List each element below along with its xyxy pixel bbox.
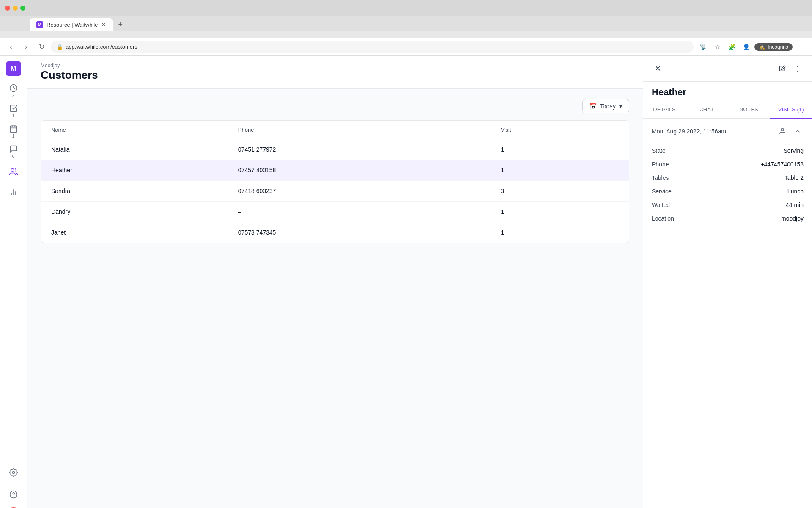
panel-close-button[interactable]: ✕: [652, 63, 664, 75]
field-label: State: [652, 147, 666, 154]
customer-phone: 07457 400158: [228, 160, 491, 181]
field-label: Location: [652, 215, 674, 222]
fullscreen-button[interactable]: [20, 6, 25, 11]
table-row[interactable]: Dandry – 1: [41, 202, 629, 222]
edit-button[interactable]: [776, 63, 788, 75]
svg-point-5: [11, 169, 14, 172]
titlebar: [0, 0, 812, 16]
forward-button[interactable]: ›: [20, 41, 32, 53]
chat-badge: 0: [12, 154, 15, 159]
field-value: Table 2: [785, 174, 804, 181]
visit-field-state: State Serving: [652, 144, 804, 157]
sidebar-logo[interactable]: M: [6, 61, 21, 76]
content-area: 📅 Today ▾ Name Phone Visit: [27, 89, 643, 253]
address-bar[interactable]: 🔒 app.waitwhile.com/customers: [51, 41, 694, 53]
customer-phone-missing: –: [228, 202, 491, 222]
reload-button[interactable]: ↻: [36, 41, 47, 53]
field-value: +447457400158: [760, 161, 804, 168]
visit-section: Mon, Aug 29 2022, 11:56am State Serving …: [643, 119, 812, 239]
tab-chat[interactable]: CHAT: [686, 101, 728, 119]
visit-field-waited: Waited 44 min: [652, 198, 804, 212]
customer-name: Sandra: [41, 181, 228, 202]
lock-icon: 🔒: [57, 44, 63, 50]
customer-name: Heather: [41, 160, 228, 181]
table-row[interactable]: Natalia 07451 277972 1: [41, 139, 629, 160]
visit-header-actions: [776, 125, 804, 137]
table-body: Natalia 07451 277972 1 Heather 07457 400…: [41, 139, 629, 243]
date-label: Today: [600, 103, 616, 110]
cast-button[interactable]: 📡: [697, 41, 709, 53]
incognito-badge[interactable]: 🕵 Incognito: [754, 43, 793, 51]
profile-button[interactable]: 👤: [740, 41, 752, 53]
incognito-label: Incognito: [768, 44, 788, 50]
field-value: 44 min: [786, 202, 804, 208]
customer-name: Janet: [41, 222, 228, 243]
field-label: Service: [652, 188, 672, 195]
table-row[interactable]: Heather 07457 400158 1: [41, 160, 629, 181]
tasks-badge: 1: [12, 113, 15, 118]
visit-field-phone: Phone +447457400158: [652, 157, 804, 171]
tab-details[interactable]: DETAILS: [643, 101, 686, 119]
close-button[interactable]: [5, 6, 10, 11]
person-icon[interactable]: [776, 125, 788, 137]
tab-notes[interactable]: NOTES: [728, 101, 770, 119]
tab-favicon: M: [36, 21, 43, 28]
sidebar: M 2 1 1 0 SJ: [0, 56, 27, 508]
panel-customer-name: Heather: [643, 82, 812, 98]
visit-field-service: Service Lunch: [652, 185, 804, 198]
sidebar-item-reports[interactable]: [4, 183, 23, 202]
sidebar-bottom: SJ: [4, 463, 23, 508]
sidebar-item-tasks[interactable]: 1: [4, 102, 23, 120]
table-row[interactable]: Janet 07573 747345 1: [41, 222, 629, 243]
svg-point-12: [781, 128, 784, 131]
new-tab-button[interactable]: +: [113, 18, 128, 31]
back-button[interactable]: ‹: [5, 41, 17, 53]
table: Name Phone Visit Natalia 07451 277972 1 …: [41, 121, 629, 243]
queues-badge: 2: [12, 93, 15, 98]
svg-point-9: [12, 472, 14, 474]
sidebar-item-customers[interactable]: [4, 163, 23, 181]
sidebar-item-calendar[interactable]: 1: [4, 122, 23, 141]
field-label: Waited: [652, 202, 670, 208]
visit-field-location: Location moodjoy: [652, 212, 804, 225]
col-name: Name: [41, 121, 228, 139]
visit-date: Mon, Aug 29 2022, 11:56am: [652, 128, 726, 135]
panel-tabs: DETAILS CHAT NOTES VISITS (1): [643, 101, 812, 119]
field-label: Tables: [652, 174, 669, 181]
customer-visit: 1: [491, 202, 629, 222]
url-text: app.waitwhile.com/customers: [66, 44, 137, 50]
sidebar-item-chat[interactable]: 0: [4, 142, 23, 161]
table-row[interactable]: Sandra 07418 600237 3: [41, 181, 629, 202]
bookmark-button[interactable]: ☆: [711, 41, 723, 53]
customer-phone: 07451 277972: [228, 139, 491, 160]
sidebar-item-queues[interactable]: 2: [4, 81, 23, 100]
visit-header: Mon, Aug 29 2022, 11:56am: [652, 125, 804, 137]
table-header-row: Name Phone Visit: [41, 121, 629, 139]
sidebar-item-settings[interactable]: [4, 463, 23, 482]
browser-chrome: M Resource | Waitwhile ✕ +: [0, 0, 812, 38]
sidebar-item-help[interactable]: [4, 485, 23, 504]
org-name: Moodjoy: [41, 63, 629, 69]
page-header: Moodjoy Customers: [27, 56, 643, 89]
customers-table: Name Phone Visit Natalia 07451 277972 1 …: [41, 120, 629, 243]
date-filter-button[interactable]: 📅 Today ▾: [582, 99, 629, 113]
chevron-down-icon: ▾: [619, 103, 622, 110]
customer-name: Dandry: [41, 202, 228, 222]
minimize-button[interactable]: [13, 6, 18, 11]
page-title: Customers: [41, 69, 629, 82]
main-content: Moodjoy Customers 📅 Today ▾ Name Phone: [27, 56, 643, 508]
nav-bar: ‹ › ↻ 🔒 app.waitwhile.com/customers 📡 ☆ …: [0, 38, 812, 56]
traffic-lights: [5, 6, 25, 11]
customer-phone: 07573 747345: [228, 222, 491, 243]
extensions-button[interactable]: 🧩: [726, 41, 738, 53]
tab-visits[interactable]: VISITS (1): [770, 101, 812, 119]
visit-divider: [652, 229, 804, 229]
calendar-icon: 📅: [590, 103, 597, 110]
expand-icon[interactable]: [792, 125, 804, 137]
more-options-button[interactable]: ⋮: [792, 63, 804, 75]
tab-close-icon[interactable]: ✕: [101, 21, 106, 28]
customer-visit: 3: [491, 181, 629, 202]
active-tab[interactable]: M Resource | Waitwhile ✕: [30, 18, 113, 31]
side-panel: ✕ ⋮ Heather DETAILS CHAT NOTES VISITS (1…: [643, 56, 812, 508]
menu-button[interactable]: ⋮: [795, 41, 807, 53]
